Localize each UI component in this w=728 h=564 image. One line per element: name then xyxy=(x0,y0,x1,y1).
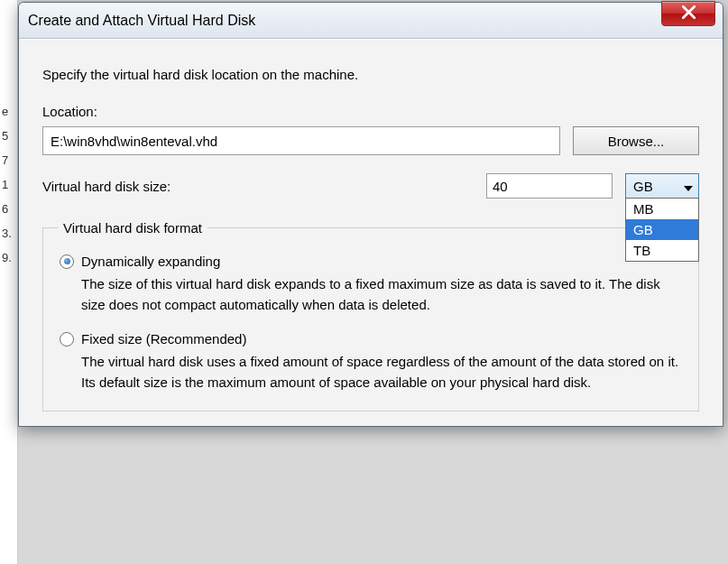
close-button[interactable] xyxy=(661,1,715,26)
unit-option-gb[interactable]: GB xyxy=(626,219,698,240)
instruction-text: Specify the virtual hard disk location o… xyxy=(42,67,699,82)
size-label: Virtual hard disk size: xyxy=(42,179,474,194)
unit-option-tb[interactable]: TB xyxy=(626,240,698,261)
create-vhd-dialog: Create and Attach Virtual Hard Disk Spec… xyxy=(18,2,723,427)
browse-button[interactable]: Browse... xyxy=(573,126,699,155)
fixed-description: The virtual hard disk uses a fixed amoun… xyxy=(81,352,684,393)
radio-dynamic[interactable] xyxy=(60,254,74,269)
radio-fixed-label[interactable]: Fixed size (Recommended) xyxy=(81,331,246,347)
window-title: Create and Attach Virtual Hard Disk xyxy=(28,13,255,29)
format-fieldset: Virtual hard disk format Dynamically exp… xyxy=(42,220,699,411)
size-input[interactable] xyxy=(486,173,613,199)
location-label: Location: xyxy=(42,104,699,119)
close-icon xyxy=(682,5,696,22)
dynamic-description: The size of this virtual hard disk expan… xyxy=(81,274,684,315)
unit-option-mb[interactable]: MB xyxy=(626,199,698,219)
size-unit-dropdown: MB GB TB xyxy=(625,198,699,262)
size-unit-select[interactable]: GB xyxy=(625,173,699,199)
location-input[interactable] xyxy=(42,126,560,155)
titlebar[interactable]: Create and Attach Virtual Hard Disk xyxy=(19,3,723,39)
size-unit-selected: GB xyxy=(633,179,653,194)
chevron-down-icon xyxy=(684,179,693,194)
radio-fixed[interactable] xyxy=(60,332,74,347)
dialog-content: Specify the virtual hard disk location o… xyxy=(19,39,723,426)
format-legend: Virtual hard disk format xyxy=(58,220,207,236)
radio-dynamic-label[interactable]: Dynamically expanding xyxy=(81,254,220,269)
background-left-strip: e 5 7 1 6 3. 9. xyxy=(0,0,18,564)
